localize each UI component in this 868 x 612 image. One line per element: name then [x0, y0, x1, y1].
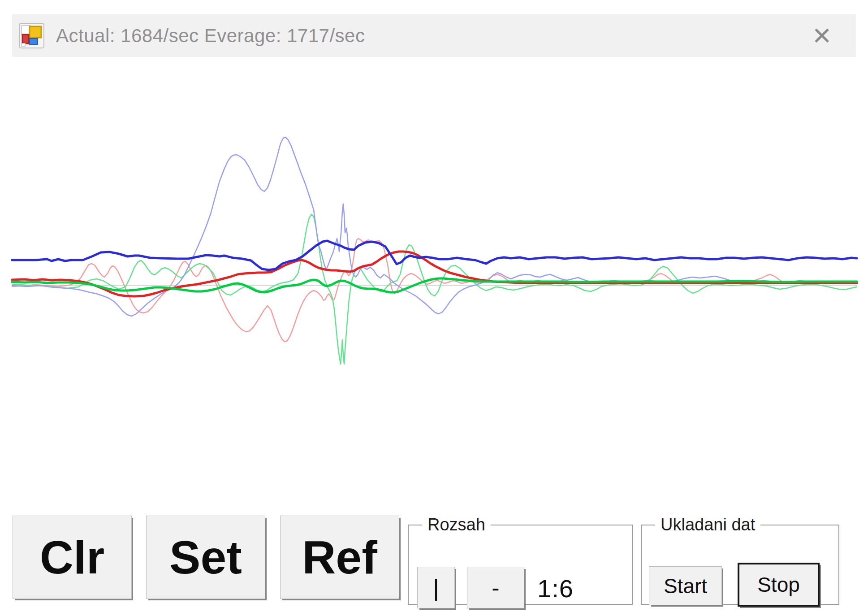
range-vertical-button[interactable]: | — [417, 567, 455, 608]
clr-button[interactable]: Clr — [13, 516, 132, 599]
window-title: Actual: 1684/sec Everage: 1717/sec — [56, 25, 365, 47]
range-horizontal-button[interactable]: - — [467, 567, 524, 608]
close-button[interactable]: ✕ — [806, 20, 838, 52]
start-button[interactable]: Start — [649, 566, 722, 605]
app-icon — [19, 23, 44, 48]
ref-button[interactable]: Ref — [280, 516, 399, 599]
set-button[interactable]: Set — [146, 516, 265, 599]
range-ratio-value: 1:6 — [537, 574, 574, 603]
data-saving-groupbox: Ukladani dat Start Stop — [641, 515, 839, 605]
close-icon: ✕ — [812, 24, 832, 48]
window-titlebar: Actual: 1684/sec Everage: 1717/sec ✕ — [12, 14, 856, 57]
range-groupbox-label: Rozsah — [422, 515, 491, 534]
stop-button[interactable]: Stop — [738, 563, 820, 607]
range-groupbox: Rozsah | - 1:6 — [408, 515, 633, 605]
data-saving-groupbox-label: Ukladani dat — [655, 515, 760, 534]
